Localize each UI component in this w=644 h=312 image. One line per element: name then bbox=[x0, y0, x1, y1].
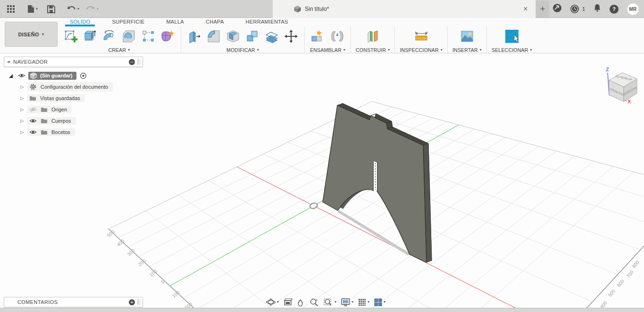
hole-button[interactable] bbox=[120, 27, 137, 45]
zoom-button[interactable]: ± bbox=[308, 297, 320, 308]
expanded-arrow-icon[interactable]: ◢ bbox=[8, 73, 14, 79]
panel-drag-handle[interactable] bbox=[138, 299, 140, 305]
press-pull-button[interactable] bbox=[186, 27, 203, 45]
workspace-switcher[interactable]: DISEÑO ▾ bbox=[5, 22, 58, 47]
tree-row-origin[interactable]: ▷ Origen bbox=[4, 104, 113, 115]
group-caret-ensamblar: ▾ bbox=[343, 48, 345, 52]
help-button[interactable]: ? bbox=[610, 5, 619, 14]
tab-superficie[interactable]: SUPERFICIE bbox=[107, 18, 149, 26]
bell-icon bbox=[593, 3, 602, 13]
visibility-eye-icon[interactable] bbox=[18, 73, 25, 78]
extrude-button[interactable] bbox=[82, 27, 99, 45]
viewports-caret[interactable]: ▾ bbox=[384, 300, 385, 304]
construction-plane-button[interactable] bbox=[364, 27, 381, 45]
orbit-button[interactable]: ▾ bbox=[264, 296, 280, 308]
fit-button[interactable]: ▾ bbox=[322, 297, 338, 308]
viewports-icon bbox=[374, 298, 383, 307]
grid-axis-label: 0 bbox=[160, 279, 166, 285]
group-dropdown-seleccionar[interactable]: SELECCIONAR ▾ bbox=[492, 47, 532, 53]
select-button[interactable] bbox=[503, 27, 520, 45]
extensions-button[interactable] bbox=[552, 3, 562, 15]
expand-arrow-icon[interactable]: ▷ bbox=[19, 84, 25, 89]
file-menu-button[interactable]: ▾ bbox=[27, 5, 38, 13]
collapse-circle-icon[interactable]: − bbox=[129, 59, 135, 65]
file-icon bbox=[27, 5, 34, 13]
expand-arrow-icon[interactable]: ▷ bbox=[19, 107, 25, 112]
notifications-button[interactable] bbox=[593, 3, 602, 15]
group-dropdown-crear[interactable]: CREAR ▾ bbox=[109, 47, 130, 53]
group-caret-construir: ▾ bbox=[388, 48, 390, 52]
look-at-button[interactable] bbox=[282, 297, 294, 307]
save-button[interactable] bbox=[47, 5, 55, 13]
group-dropdown-modificar[interactable]: MODIFICAR ▾ bbox=[226, 47, 259, 53]
group-dropdown-construir[interactable]: CONSTRUIR ▾ bbox=[356, 47, 390, 53]
group-label-inspeccionar: INSPECCIONAR bbox=[400, 47, 438, 53]
navigator-tree: ◢ (Sin guardar) ▷ bbox=[4, 70, 113, 138]
panel-drag-handle[interactable] bbox=[138, 59, 140, 65]
comments-panel-header[interactable]: COMENTARIOS + bbox=[4, 297, 143, 307]
tree-row-sketches[interactable]: ▷ Bocetos bbox=[4, 126, 113, 138]
tree-row-named-views[interactable]: ▷ Vistas guardadas bbox=[4, 93, 113, 104]
visibility-eye-icon[interactable] bbox=[29, 129, 37, 135]
combine-button[interactable] bbox=[244, 27, 261, 45]
tree-row-bodies[interactable]: ▷ Cuerpos bbox=[4, 115, 113, 126]
expand-circle-icon[interactable]: + bbox=[129, 299, 135, 305]
shell-button[interactable] bbox=[225, 27, 242, 45]
grid-axis-label: 600 bbox=[616, 278, 625, 288]
viewports-button[interactable]: ▾ bbox=[372, 297, 387, 308]
fillet-button[interactable] bbox=[205, 27, 222, 45]
tree-row-root[interactable]: ◢ (Sin guardar) bbox=[4, 70, 113, 81]
tab-chapa[interactable]: CHAPA bbox=[201, 18, 229, 26]
new-component-button[interactable] bbox=[309, 27, 326, 45]
collapse-panel-icon[interactable]: ◂◂ bbox=[7, 60, 9, 64]
pattern-button[interactable] bbox=[140, 27, 157, 45]
offset-face-button[interactable] bbox=[263, 27, 280, 45]
grid-caret[interactable]: ▾ bbox=[368, 300, 369, 304]
group-dropdown-ensamblar[interactable]: ENSAMBLAR ▾ bbox=[310, 47, 345, 53]
undo-button[interactable]: ▾ bbox=[67, 5, 79, 13]
tab-herramientas[interactable]: HERRAMIENTAS bbox=[241, 18, 293, 26]
close-tab-icon[interactable]: × bbox=[521, 5, 530, 13]
tab-solido[interactable]: SOLIDO bbox=[65, 18, 95, 26]
job-status-button[interactable]: 1 bbox=[570, 4, 585, 14]
grid-settings-button[interactable]: ▾ bbox=[356, 297, 371, 308]
avatar[interactable]: MR bbox=[627, 3, 639, 16]
application-titlebar: ▾ ▾ ▾ bbox=[0, 0, 644, 18]
tab-malla[interactable]: MALLA bbox=[161, 18, 189, 26]
workspace-label: DISEÑO bbox=[18, 32, 40, 37]
activate-component-icon[interactable] bbox=[80, 72, 87, 79]
create-sketch-button[interactable] bbox=[62, 27, 79, 45]
display-settings-button[interactable]: ▾ bbox=[339, 297, 355, 308]
group-dropdown-insertar[interactable]: INSERTAR ▾ bbox=[452, 47, 482, 53]
visibility-eye-icon[interactable] bbox=[29, 118, 37, 124]
pan-button[interactable] bbox=[295, 297, 307, 308]
navigator-panel-header[interactable]: ◂◂ NAVEGADOR − bbox=[4, 57, 143, 67]
visibility-off-eye-icon[interactable] bbox=[29, 107, 37, 112]
group-dropdown-inspeccionar[interactable]: INSPECCIONAR ▾ bbox=[400, 47, 443, 53]
create-form-button[interactable] bbox=[159, 27, 176, 45]
joint-button[interactable] bbox=[329, 27, 346, 45]
new-tab-button[interactable]: + bbox=[536, 0, 549, 17]
fit-caret[interactable]: ▾ bbox=[335, 300, 336, 304]
3d-viewport[interactable]: 5004003002001000100200800700600500400 ◂◂… bbox=[0, 53, 644, 308]
timeline-strip bbox=[0, 308, 644, 312]
document-tab[interactable]: Sin título* bbox=[293, 5, 521, 13]
expand-arrow-icon[interactable]: ▷ bbox=[19, 118, 25, 123]
app-launcher-button[interactable] bbox=[7, 5, 15, 13]
move-button[interactable] bbox=[283, 27, 300, 45]
expand-arrow-icon[interactable]: ▷ bbox=[19, 96, 25, 101]
tree-row-document-settings[interactable]: ▷ Configuración del documento bbox=[4, 81, 113, 93]
expand-arrow-icon[interactable]: ▷ bbox=[19, 130, 25, 135]
origin-marker[interactable] bbox=[309, 202, 318, 210]
revolve-button[interactable] bbox=[101, 27, 118, 45]
folder-icon bbox=[29, 95, 36, 101]
zoom-plus-minus: ± bbox=[316, 298, 318, 302]
insert-image-button[interactable] bbox=[459, 27, 476, 45]
display-caret[interactable]: ▾ bbox=[351, 300, 353, 304]
root-document-node[interactable]: (Sin guardar) bbox=[28, 72, 76, 80]
navigation-toolbar: ▾ ± ▾ bbox=[264, 296, 387, 308]
orbit-caret[interactable]: ▾ bbox=[277, 300, 279, 304]
redo-button[interactable]: ▾ bbox=[86, 5, 99, 13]
measure-button[interactable] bbox=[413, 27, 430, 45]
view-cube[interactable]: Z X SUPERIOR FRONTAL DERECHA bbox=[595, 59, 643, 104]
